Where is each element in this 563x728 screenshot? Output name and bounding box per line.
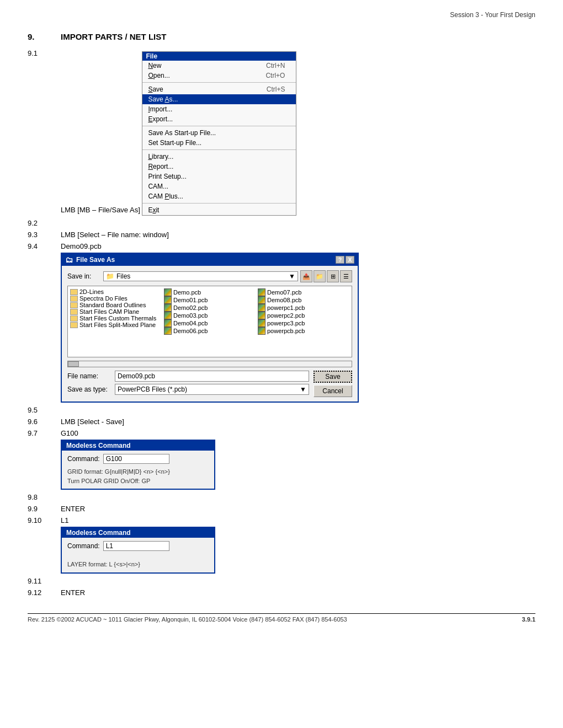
dialog-help-btn[interactable]: ? bbox=[336, 256, 344, 264]
step-content-9-7: G100 Modeless Command Command: GRID form… bbox=[61, 429, 535, 490]
cancel-button[interactable]: Cancel bbox=[314, 385, 352, 397]
menu-item-exit[interactable]: Exit bbox=[142, 205, 296, 215]
modeless-l1-field: Command: bbox=[67, 541, 209, 551]
menu-item-export[interactable]: Export... bbox=[142, 114, 296, 124]
list-item[interactable]: 2D-Lines bbox=[70, 288, 162, 295]
toolbar-btn-1[interactable]: 📤 bbox=[300, 270, 312, 282]
list-item[interactable]: powerpcb.pcb bbox=[258, 327, 349, 335]
list-item[interactable]: Demo03.pcb bbox=[164, 312, 256, 319]
files-area: 2D-Lines Specctra Do Files Standard Boar… bbox=[67, 286, 352, 357]
menu-item-print-setup[interactable]: Print Setup... bbox=[142, 172, 296, 181]
scrollbar-thumb[interactable] bbox=[68, 361, 79, 367]
modeless-g100-input[interactable] bbox=[103, 454, 169, 464]
menu-item-new[interactable]: New Ctrl+N bbox=[142, 61, 296, 71]
menu-item-open[interactable]: Open... Ctrl+O bbox=[142, 71, 296, 81]
folders-col: 2D-Lines Specctra Do Files Standard Boar… bbox=[70, 288, 162, 335]
step-num-9-9: 9.9 bbox=[28, 505, 61, 513]
save-in-select[interactable]: 📁 Files ▼ bbox=[103, 271, 298, 281]
list-item[interactable]: Demo06.pcb bbox=[164, 327, 256, 335]
list-item[interactable]: Demo.pcb bbox=[164, 288, 256, 296]
menu-sep-4 bbox=[142, 203, 296, 204]
step-9-2: 9.2 bbox=[28, 219, 535, 227]
files-grid: 2D-Lines Specctra Do Files Standard Boar… bbox=[70, 288, 349, 335]
step-9-8: 9.8 bbox=[28, 493, 535, 501]
dialog-close-btn[interactable]: X bbox=[346, 256, 354, 264]
save-button[interactable]: Save bbox=[314, 371, 352, 383]
folder-icon bbox=[70, 289, 78, 295]
step-content-9-4: Demo09.pcb 🗂 File Save As ? X Save in: bbox=[61, 242, 535, 403]
step-num-9-10: 9.10 bbox=[28, 516, 61, 524]
page-header: Session 3 - Your First Design bbox=[28, 11, 535, 21]
step-num-9-3: 9.3 bbox=[28, 231, 61, 239]
menu-sep-3 bbox=[142, 149, 296, 150]
folder-icon bbox=[70, 302, 78, 308]
folder-icon bbox=[70, 315, 78, 322]
list-item[interactable]: Start Files CAM Plane bbox=[70, 308, 162, 315]
menu-item-library[interactable]: Library... bbox=[142, 152, 296, 162]
list-item[interactable]: Start Files Split-Mixed Plane bbox=[70, 322, 162, 328]
list-item[interactable]: Specctra Do Files bbox=[70, 295, 162, 302]
step-9-6: 9.6 LMB [Select - Save] bbox=[28, 417, 535, 426]
toolbar-btn-3[interactable]: ⊞ bbox=[327, 270, 339, 282]
menu-item-import[interactable]: Import... bbox=[142, 104, 296, 114]
list-item[interactable]: Demo04.pcb bbox=[164, 319, 256, 327]
dialog-titlebar-buttons: ? X bbox=[336, 256, 354, 264]
folder-icon: 📁 bbox=[106, 272, 114, 280]
save-as-type-select[interactable]: PowerPCB Files (*.pcb) ▼ bbox=[115, 384, 309, 395]
step-num-9-11: 9.11 bbox=[28, 577, 61, 585]
modeless-l1-desc: LAYER format: L {<s>|<n>} bbox=[67, 560, 209, 569]
pcb-icon bbox=[164, 296, 172, 304]
footer-left: Rev. 2125 ©2002 ACUCAD ~ 1011 Glacier Pk… bbox=[28, 616, 347, 623]
toolbar-btn-2[interactable]: 📁 bbox=[314, 270, 326, 282]
file-menu[interactable]: File New Ctrl+N Open... Ctrl+O Save Ctrl… bbox=[142, 51, 296, 216]
step-num-9-2: 9.2 bbox=[28, 219, 61, 227]
list-item[interactable]: Demo08.pcb bbox=[258, 296, 349, 304]
step-num-9-5: 9.5 bbox=[28, 406, 61, 414]
horizontal-scrollbar[interactable] bbox=[67, 361, 352, 367]
list-item[interactable]: Demo01.pcb bbox=[164, 296, 256, 304]
modeless-g100-desc: GRID format: G{null|R|M|D} <n> {<n>} Tur… bbox=[67, 467, 209, 485]
toolbar-btn-4[interactable]: ☰ bbox=[340, 270, 352, 282]
pcb-col-3: Demo07.pcb Demo08.pcb powerpc1.pcb bbox=[258, 288, 349, 335]
list-item[interactable]: Demo02.pcb bbox=[164, 304, 256, 312]
list-item[interactable]: Standard Board Outlines bbox=[70, 302, 162, 308]
pcb-icon bbox=[258, 304, 265, 312]
step-num-9-6: 9.6 bbox=[28, 417, 61, 426]
dialog-toolbar: 📤 📁 ⊞ ☰ bbox=[300, 270, 352, 282]
modeless-l1-input[interactable] bbox=[103, 541, 169, 551]
pcb-icon bbox=[164, 288, 172, 296]
file-menu-bar[interactable]: File bbox=[142, 52, 296, 61]
list-item[interactable]: Start Files Custom Thermals bbox=[70, 315, 162, 322]
folder-icon bbox=[70, 322, 78, 328]
menu-item-report[interactable]: Report... bbox=[142, 162, 296, 172]
pcb-icon bbox=[164, 312, 172, 319]
step-num-9-7: 9.7 bbox=[28, 429, 61, 437]
save-in-control: 📁 Files ▼ 📤 📁 ⊞ ☰ bbox=[103, 270, 352, 282]
dropdown-arrow-icon: ▼ bbox=[300, 386, 306, 393]
step-content-9-10: L1 Modeless Command Command: LAYER forma… bbox=[61, 516, 535, 574]
dialog-title: File Save As bbox=[76, 256, 115, 264]
menu-sep-2 bbox=[142, 126, 296, 126]
file-save-as-dialog[interactable]: 🗂 File Save As ? X Save in: 📁 bbox=[61, 253, 359, 403]
menu-item-save-startup[interactable]: Save As Start-up File... bbox=[142, 128, 296, 138]
menu-item-cam[interactable]: CAM... bbox=[142, 181, 296, 191]
step-num-9-12: 9.12 bbox=[28, 588, 61, 597]
folder-icon bbox=[70, 309, 78, 315]
list-item[interactable]: powerpc2.pcb bbox=[258, 312, 349, 319]
file-name-input[interactable] bbox=[115, 371, 309, 382]
file-name-label: File name: bbox=[67, 372, 111, 380]
menu-item-set-startup[interactable]: Set Start-up File... bbox=[142, 138, 296, 148]
step-num-9-4: 9.4 bbox=[28, 242, 61, 250]
dialog-icon: 🗂 bbox=[65, 255, 73, 264]
pcb-icon bbox=[258, 288, 265, 296]
menu-item-save[interactable]: Save Ctrl+S bbox=[142, 84, 296, 94]
list-item[interactable]: powerpc1.pcb bbox=[258, 304, 349, 312]
list-item[interactable]: Demo07.pcb bbox=[258, 288, 349, 296]
pcb-icon bbox=[258, 296, 265, 304]
section-title: IMPORT PARTS / NET LIST bbox=[61, 32, 535, 41]
modeless-g100: Modeless Command Command: GRID format: G… bbox=[61, 440, 215, 490]
menu-item-cam-plus[interactable]: CAM Plus... bbox=[142, 191, 296, 201]
menu-item-save-as[interactable]: Save As... bbox=[142, 94, 296, 104]
list-item[interactable]: powerpc3.pcb bbox=[258, 319, 349, 327]
step-9-3: 9.3 LMB [Select – File name: window] bbox=[28, 231, 535, 239]
